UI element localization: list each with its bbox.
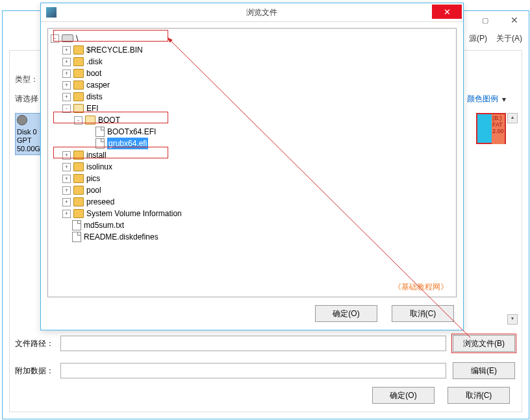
tree-file-grubx64[interactable]: grubx64.efi	[51, 138, 453, 149]
tree-label: .disk	[86, 56, 103, 68]
folder-icon	[73, 69, 84, 78]
tree-file-readme[interactable]: README.diskdefines	[51, 231, 453, 243]
dialog-button-row: 确定(O) 取消(C)	[315, 305, 454, 322]
tree-root[interactable]: - \	[51, 32, 453, 44]
expand-icon[interactable]: +	[62, 198, 71, 206]
expand-icon[interactable]: +	[62, 69, 71, 78]
tree-folder-pool[interactable]: + pool	[51, 184, 453, 196]
folder-open-icon	[73, 104, 84, 113]
tree-label: dists	[86, 91, 103, 103]
label-select: 请选择	[15, 93, 38, 105]
browse-file-button[interactable]: 浏览文件(B)	[453, 335, 515, 352]
tree-folder-pics[interactable]: + pics	[51, 173, 453, 184]
partition-tile[interactable]: (B:) FAT 2.00	[476, 113, 506, 144]
close-button[interactable]	[499, 11, 529, 29]
tree-folder-efi[interactable]: - EFI	[51, 103, 453, 114]
partition-label-b: FAT	[492, 121, 504, 128]
row-file-path: 文件路径： 浏览文件(B)	[15, 335, 515, 352]
tree-label: $RECYCLE.BIN	[86, 44, 143, 56]
folder-icon	[73, 162, 84, 171]
main-menu: 源(P) 关于(A)	[469, 33, 522, 44]
tree-label: md5sum.txt	[84, 219, 124, 231]
tree-label-selected: grubx64.efi	[107, 138, 148, 149]
color-legend-link[interactable]: 颜色图例	[467, 93, 506, 105]
folder-icon	[73, 197, 84, 206]
disk-icon	[17, 115, 27, 125]
menu-source[interactable]: 源(P)	[469, 33, 487, 44]
file-icon	[95, 127, 105, 137]
file-icon	[72, 232, 81, 242]
tree-folder-preseed[interactable]: + preseed	[51, 196, 453, 208]
expand-icon[interactable]: +	[62, 58, 71, 66]
folder-icon	[73, 57, 84, 66]
tree-folder-isolinux[interactable]: + isolinux	[51, 161, 453, 173]
partition-red: (B:) FAT 2.00	[492, 114, 505, 144]
main-cancel-button[interactable]: 取消(C)	[448, 387, 510, 404]
tree-label: isolinux	[86, 161, 112, 173]
expand-icon[interactable]: +	[62, 175, 71, 183]
tree-label: boot	[86, 68, 101, 79]
tree-file-bootx64[interactable]: BOOTx64.EFI	[51, 126, 453, 138]
tree-panel: - \ + $RECYCLE.BIN + .disk + boot	[47, 28, 457, 297]
main-button-row: 确定(O) 取消(C)	[372, 387, 510, 404]
app-icon	[46, 7, 57, 18]
tree-folder-recycle[interactable]: + $RECYCLE.BIN	[51, 44, 453, 56]
expand-icon[interactable]: +	[62, 210, 71, 218]
partition-label-c: 2.00	[492, 128, 504, 134]
folder-icon	[73, 209, 84, 218]
extra-data-input[interactable]	[60, 363, 446, 378]
tree-label: README.diskdefines	[84, 231, 158, 243]
disk-line1: Disk 0	[17, 128, 37, 136]
folder-open-icon	[85, 116, 95, 125]
collapse-icon[interactable]: -	[62, 105, 71, 113]
expand-icon[interactable]: +	[62, 93, 71, 101]
partition-blue	[477, 114, 492, 143]
file-path-input[interactable]	[60, 336, 446, 351]
expand-icon[interactable]: +	[62, 81, 71, 90]
tree-label: System Volume Information	[86, 208, 182, 219]
expand-icon[interactable]: +	[62, 163, 71, 171]
dialog-titlebar: 浏览文件 ✕	[41, 3, 463, 22]
expand-icon[interactable]: -	[51, 34, 59, 43]
tree-folder-disk[interactable]: + .disk	[51, 56, 453, 68]
edit-button[interactable]: 编辑(E)	[453, 362, 515, 379]
drive-icon	[62, 34, 73, 42]
expand-icon[interactable]: +	[62, 151, 71, 160]
main-ok-button[interactable]: 确定(O)	[372, 387, 435, 404]
disk-line2: GPT	[17, 136, 32, 144]
scroll-up-button[interactable]: ▴	[507, 113, 518, 123]
tree-folder-dists[interactable]: + dists	[51, 91, 453, 103]
folder-icon	[73, 151, 84, 160]
watermark-text: 《基础教程网》	[394, 282, 448, 293]
tree-folder-boot[interactable]: + boot	[51, 68, 453, 79]
tree-folder-install[interactable]: + install	[51, 149, 453, 161]
tree-label: preseed	[86, 196, 114, 208]
folder-icon	[73, 186, 84, 195]
collapse-icon[interactable]: -	[74, 116, 82, 125]
folder-icon	[73, 45, 84, 55]
label-file-path: 文件路径：	[15, 338, 54, 349]
tree-folder-svi[interactable]: + System Volume Information	[51, 208, 453, 219]
row-extra-data: 附加数据： 编辑(E)	[15, 362, 515, 379]
tree-folder-casper[interactable]: + casper	[51, 79, 453, 91]
expand-icon[interactable]: +	[62, 186, 71, 195]
tree-file-md5[interactable]: md5sum.txt	[51, 219, 453, 231]
scroll-down-button[interactable]: ▾	[507, 314, 518, 325]
tree-label: BOOT	[98, 114, 120, 126]
tree-root-label: \	[76, 32, 78, 44]
tree-label: casper	[86, 79, 110, 91]
dialog-ok-button[interactable]: 确定(O)	[315, 305, 377, 322]
dialog-cancel-button[interactable]: 取消(C)	[392, 305, 454, 322]
menu-about[interactable]: 关于(A)	[496, 33, 522, 44]
file-icon	[95, 138, 105, 149]
file-tree[interactable]: - \ + $RECYCLE.BIN + .disk + boot	[51, 32, 453, 243]
expand-icon[interactable]: +	[62, 46, 71, 55]
dialog-close-button[interactable]: ✕	[432, 5, 462, 19]
tree-label: install	[86, 149, 107, 161]
maximize-button[interactable]	[470, 11, 499, 29]
disk-line3: 50.00G	[17, 145, 40, 153]
dialog-title: 浏览文件	[60, 7, 463, 18]
tree-label: EFI	[86, 103, 99, 114]
label-extra-data: 附加数据：	[15, 365, 54, 377]
tree-folder-boot-sub[interactable]: - BOOT	[51, 114, 453, 126]
